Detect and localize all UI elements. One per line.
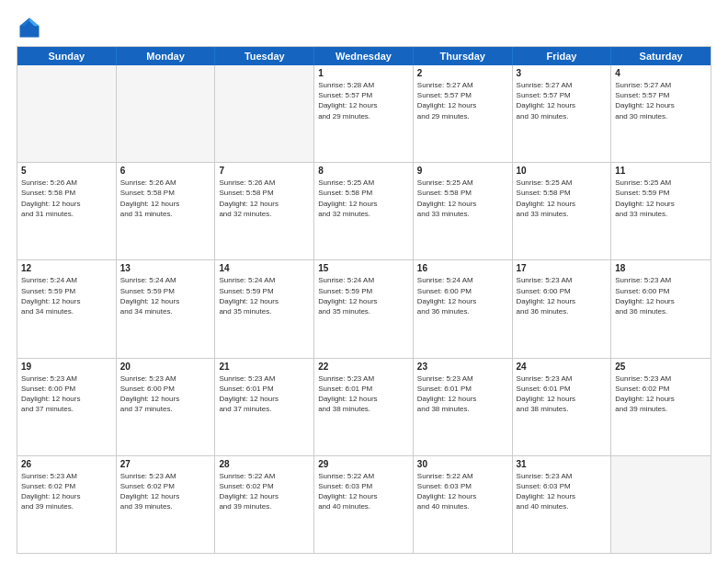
calendar-cell: 7Sunrise: 5:26 AM Sunset: 5:58 PM Daylig… [215,163,314,259]
calendar-cell: 31Sunrise: 5:23 AM Sunset: 6:03 PM Dayli… [513,456,612,553]
day-number: 27 [120,459,211,469]
page: SundayMondayTuesdayWednesdayThursdayFrid… [0,0,728,563]
calendar-body: 1Sunrise: 5:28 AM Sunset: 5:57 PM Daylig… [17,65,711,553]
day-number: 16 [417,263,508,273]
day-number: 13 [120,263,211,273]
calendar-cell: 9Sunrise: 5:25 AM Sunset: 5:58 PM Daylig… [414,163,513,259]
day-info: Sunrise: 5:23 AM Sunset: 6:01 PM Dayligh… [517,373,608,415]
calendar-cell: 17Sunrise: 5:23 AM Sunset: 6:00 PM Dayli… [513,260,612,357]
day-number: 28 [219,459,310,469]
day-number: 14 [219,263,310,273]
calendar-cell: 20Sunrise: 5:23 AM Sunset: 6:00 PM Dayli… [117,359,216,455]
logo-icon [17,15,42,40]
day-number: 23 [417,362,508,372]
day-info: Sunrise: 5:22 AM Sunset: 6:03 PM Dayligh… [417,471,508,512]
calendar-cell: 19Sunrise: 5:23 AM Sunset: 6:00 PM Dayli… [17,359,117,455]
day-info: Sunrise: 5:25 AM Sunset: 5:59 PM Dayligh… [615,178,707,219]
day-number: 3 [517,68,608,78]
calendar-cell: 30Sunrise: 5:22 AM Sunset: 6:03 PM Dayli… [414,456,513,553]
calendar-cell: 25Sunrise: 5:23 AM Sunset: 6:02 PM Dayli… [611,359,711,455]
day-number: 7 [219,166,310,176]
day-number: 18 [615,263,707,273]
calendar-cell: 8Sunrise: 5:25 AM Sunset: 5:58 PM Daylig… [314,163,414,259]
calendar-cell: 12Sunrise: 5:24 AM Sunset: 5:59 PM Dayli… [17,260,117,357]
calendar-cell: 2Sunrise: 5:27 AM Sunset: 5:57 PM Daylig… [414,65,513,162]
header-day-friday: Friday [513,47,612,65]
day-info: Sunrise: 5:24 AM Sunset: 6:00 PM Dayligh… [417,275,508,316]
day-number: 11 [615,166,707,176]
calendar-cell: 10Sunrise: 5:25 AM Sunset: 5:58 PM Dayli… [513,163,612,259]
day-number: 4 [615,68,707,78]
day-number: 31 [517,459,608,469]
calendar-row-3: 19Sunrise: 5:23 AM Sunset: 6:00 PM Dayli… [17,358,711,455]
calendar-row-2: 12Sunrise: 5:24 AM Sunset: 5:59 PM Dayli… [17,259,711,357]
day-number: 30 [417,459,508,469]
day-info: Sunrise: 5:25 AM Sunset: 5:58 PM Dayligh… [417,178,508,219]
header-day-tuesday: Tuesday [215,47,314,65]
calendar-cell: 22Sunrise: 5:23 AM Sunset: 6:01 PM Dayli… [314,359,414,455]
day-number: 21 [219,362,310,372]
calendar-header: SundayMondayTuesdayWednesdayThursdayFrid… [17,47,711,65]
day-info: Sunrise: 5:22 AM Sunset: 6:02 PM Dayligh… [219,471,310,512]
day-info: Sunrise: 5:24 AM Sunset: 5:59 PM Dayligh… [219,275,310,316]
day-info: Sunrise: 5:25 AM Sunset: 5:58 PM Dayligh… [517,178,608,219]
day-info: Sunrise: 5:26 AM Sunset: 5:58 PM Dayligh… [21,178,112,219]
calendar-cell: 28Sunrise: 5:22 AM Sunset: 6:02 PM Dayli… [215,456,314,553]
calendar-cell [611,456,711,553]
calendar-cell: 23Sunrise: 5:23 AM Sunset: 6:01 PM Dayli… [414,359,513,455]
day-number: 17 [517,263,608,273]
day-info: Sunrise: 5:23 AM Sunset: 6:02 PM Dayligh… [120,471,211,512]
day-number: 19 [21,362,112,372]
day-number: 22 [318,362,409,372]
header-day-wednesday: Wednesday [314,47,414,65]
calendar-cell: 6Sunrise: 5:26 AM Sunset: 5:58 PM Daylig… [117,163,216,259]
header-day-monday: Monday [117,47,216,65]
calendar-cell: 29Sunrise: 5:22 AM Sunset: 6:03 PM Dayli… [314,456,414,553]
calendar-cell: 18Sunrise: 5:23 AM Sunset: 6:00 PM Dayli… [611,260,711,357]
day-info: Sunrise: 5:25 AM Sunset: 5:58 PM Dayligh… [318,178,409,219]
calendar-cell: 16Sunrise: 5:24 AM Sunset: 6:00 PM Dayli… [414,260,513,357]
day-number: 26 [21,459,112,469]
day-number: 9 [417,166,508,176]
day-info: Sunrise: 5:28 AM Sunset: 5:57 PM Dayligh… [318,80,409,121]
header-day-saturday: Saturday [611,47,711,65]
calendar-cell: 26Sunrise: 5:23 AM Sunset: 6:02 PM Dayli… [17,456,117,553]
day-number: 8 [318,166,409,176]
calendar-cell: 21Sunrise: 5:23 AM Sunset: 6:01 PM Dayli… [215,359,314,455]
day-info: Sunrise: 5:23 AM Sunset: 6:01 PM Dayligh… [417,373,508,415]
day-number: 2 [417,68,508,78]
day-info: Sunrise: 5:26 AM Sunset: 5:58 PM Dayligh… [219,178,310,219]
calendar-cell: 3Sunrise: 5:27 AM Sunset: 5:57 PM Daylig… [513,65,612,162]
day-number: 1 [318,68,409,78]
day-number: 10 [517,166,608,176]
day-info: Sunrise: 5:23 AM Sunset: 6:00 PM Dayligh… [517,275,608,316]
calendar-row-0: 1Sunrise: 5:28 AM Sunset: 5:57 PM Daylig… [17,65,711,162]
day-info: Sunrise: 5:23 AM Sunset: 6:01 PM Dayligh… [219,373,310,415]
calendar-cell [117,65,216,162]
day-info: Sunrise: 5:22 AM Sunset: 6:03 PM Dayligh… [318,471,409,512]
calendar: SundayMondayTuesdayWednesdayThursdayFrid… [17,46,711,554]
day-info: Sunrise: 5:23 AM Sunset: 6:01 PM Dayligh… [318,373,409,415]
day-number: 12 [21,263,112,273]
day-info: Sunrise: 5:26 AM Sunset: 5:58 PM Dayligh… [120,178,211,219]
day-info: Sunrise: 5:23 AM Sunset: 6:00 PM Dayligh… [615,275,707,316]
day-info: Sunrise: 5:27 AM Sunset: 5:57 PM Dayligh… [517,80,608,121]
calendar-cell [215,65,314,162]
logo [17,15,46,40]
day-number: 5 [21,166,112,176]
header-day-thursday: Thursday [414,47,513,65]
day-number: 15 [318,263,409,273]
day-info: Sunrise: 5:23 AM Sunset: 6:02 PM Dayligh… [21,471,112,512]
header [17,15,711,40]
day-info: Sunrise: 5:27 AM Sunset: 5:57 PM Dayligh… [417,80,508,121]
header-day-sunday: Sunday [17,47,117,65]
calendar-row-1: 5Sunrise: 5:26 AM Sunset: 5:58 PM Daylig… [17,162,711,259]
calendar-cell: 13Sunrise: 5:24 AM Sunset: 5:59 PM Dayli… [117,260,216,357]
calendar-row-4: 26Sunrise: 5:23 AM Sunset: 6:02 PM Dayli… [17,455,711,553]
calendar-cell: 24Sunrise: 5:23 AM Sunset: 6:01 PM Dayli… [513,359,612,455]
calendar-cell: 4Sunrise: 5:27 AM Sunset: 5:57 PM Daylig… [611,65,711,162]
calendar-cell: 15Sunrise: 5:24 AM Sunset: 5:59 PM Dayli… [314,260,414,357]
calendar-cell [17,65,117,162]
calendar-cell: 5Sunrise: 5:26 AM Sunset: 5:58 PM Daylig… [17,163,117,259]
calendar-cell: 11Sunrise: 5:25 AM Sunset: 5:59 PM Dayli… [611,163,711,259]
